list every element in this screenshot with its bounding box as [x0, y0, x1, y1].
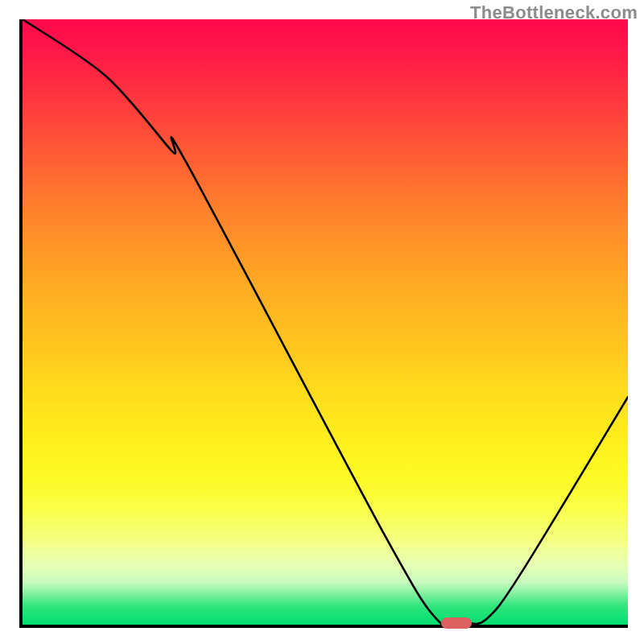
chart-stage: TheBottleneck.com [0, 0, 644, 644]
chart-plot-area [19, 19, 628, 628]
bottleneck-curve [23, 19, 628, 625]
optimal-marker [441, 617, 472, 629]
curve-line-icon [23, 19, 628, 625]
